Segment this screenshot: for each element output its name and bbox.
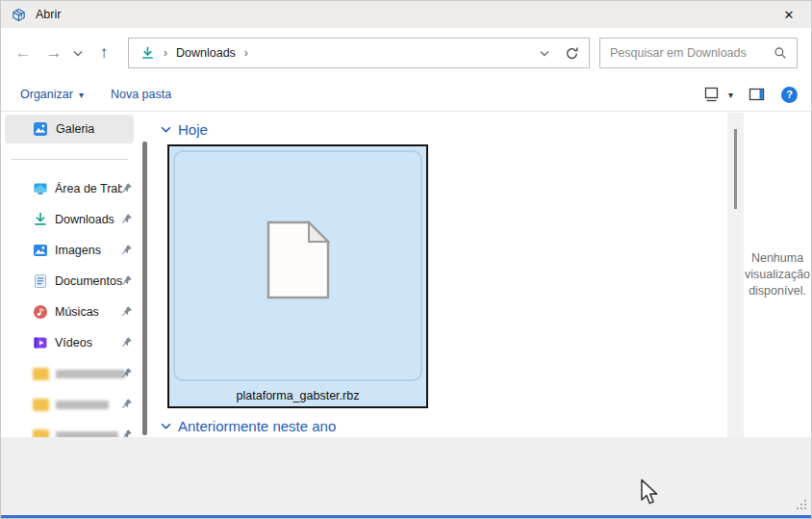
sidebar-item-folder-redacted[interactable] [1,389,155,420]
downloads-icon [33,212,48,227]
sidebar-divider [11,159,128,160]
sidebar-item-music[interactable]: Músicas [1,297,155,327]
forward-button[interactable]: → [41,40,66,65]
blurred-folder-entry [33,399,109,411]
preview-message: Nenhuma visualização disponível. [745,250,810,300]
breadcrumb-separator: › [244,46,248,60]
breadcrumb-folder[interactable]: Downloads [176,46,236,60]
blurred-folder-entry [33,368,125,380]
sidebar-item-folder-redacted[interactable] [1,358,155,389]
up-button[interactable]: ↑ [91,40,116,65]
sidebar-item-desktop[interactable]: Área de Trabalho [1,173,155,204]
documents-icon [33,273,48,289]
address-bar[interactable]: › Downloads › [128,38,590,68]
desktop-icon [33,181,48,196]
pin-icon [119,213,133,226]
pin-icon [119,182,133,195]
view-options-icon[interactable] [703,87,721,103]
dialog-footer: Nome: Arquivos Ruby (*.rbz) Abrir Cancel… [1,437,811,517]
refresh-icon[interactable] [565,46,579,61]
pin-icon [119,244,133,257]
navigation-bar: ← → ↑ › Downloads › [1,28,811,78]
file-tile-selected[interactable]: plataforma_gabster.rbz [167,144,428,408]
sidebar-item-videos[interactable]: Vídeos [1,327,155,358]
address-dropdown-chevron-icon[interactable] [540,50,549,57]
open-file-dialog: Abrir ✕ ← → ↑ › Downloads › [0,0,812,519]
sidebar-item-label: Galeria [56,122,94,136]
sidebar-item-downloads[interactable]: Downloads [1,204,155,235]
chevron-down-icon [161,423,171,429]
pin-icon [119,274,133,288]
organize-button[interactable]: Organizar ▾ [20,88,84,101]
view-caret-icon[interactable]: ▾ [728,90,733,100]
background-window-edge [1,515,811,518]
resize-grip[interactable] [796,499,808,511]
search-input[interactable] [610,46,774,60]
music-icon [33,304,48,320]
file-name-caption: plataforma_gabster.rbz [169,389,426,402]
navigation-sidebar: Galeria Área de Trabalho [1,113,155,437]
folder-icon [33,399,49,411]
search-box[interactable] [599,38,798,68]
breadcrumb-separator: › [164,46,167,60]
gallery-icon [33,121,48,137]
pictures-icon [33,243,48,258]
dialog-toolbar: Organizar ▾ Nova pasta ▾ ? [1,78,811,112]
help-icon[interactable]: ? [781,87,798,103]
sidebar-item-documents[interactable]: Documentos [1,266,155,297]
downloads-icon [140,46,155,61]
file-list: Hoje plataforma_gabster.rbz Anteriorment… [155,113,744,437]
sketchup-logo-icon [11,7,27,23]
search-icon [774,46,787,60]
group-header-today[interactable]: Hoje [161,121,208,138]
group-header-earlier-this-year[interactable]: Anteriormente neste ano [161,418,336,434]
scrollbar-thumb[interactable] [734,129,737,209]
pin-icon [119,336,133,350]
pin-icon [119,305,133,319]
organize-caret-icon: ▾ [79,90,84,100]
preview-pane: Nenhuma visualização disponível. [744,113,811,437]
window-title: Abrir [36,8,61,21]
recent-locations-chevron-icon[interactable] [68,40,88,65]
back-button[interactable]: ← [11,40,36,65]
pin-icon [119,398,133,411]
dialog-body: Galeria Área de Trabalho [1,113,811,437]
new-folder-button[interactable]: Nova pasta [111,88,171,101]
chevron-down-icon [161,126,171,133]
title-bar: Abrir ✕ [1,1,811,28]
file-icon [266,221,330,299]
preview-pane-icon[interactable] [749,88,766,102]
file-list-scrollbar[interactable] [727,113,744,437]
sidebar-scrollbar[interactable] [142,142,147,435]
close-button[interactable]: ✕ [767,1,811,28]
pin-icon [119,367,133,380]
folder-icon [33,368,49,380]
sidebar-item-gallery[interactable]: Galeria [5,115,134,143]
sidebar-item-pictures[interactable]: Imagens [1,235,155,266]
videos-icon [33,335,48,350]
